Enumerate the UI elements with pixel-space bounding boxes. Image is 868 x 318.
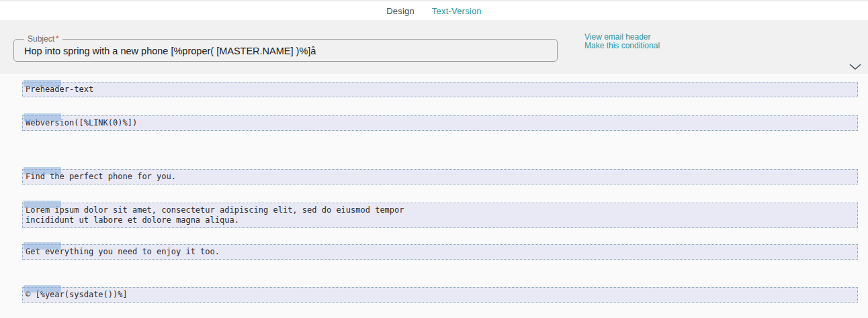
text-version-canvas: Preheader-text Webversion([%LINK(0)%]) F… xyxy=(0,74,868,318)
text-line: Get everything you need to enjoy it too. xyxy=(26,247,855,257)
subject-field-label: Subject* xyxy=(24,34,62,44)
subject-header: Subject* View email header Make this con… xyxy=(0,20,868,74)
text-block-tagline[interactable]: Get everything you need to enjoy it too. xyxy=(22,244,858,260)
view-tabbar: Design Text-Version xyxy=(0,0,868,20)
text-line: © [%year(sysdate())%] xyxy=(26,290,855,300)
subject-label-text: Subject xyxy=(28,34,54,44)
tab-text-version[interactable]: Text-Version xyxy=(432,6,482,16)
header-links: View email header Make this conditional xyxy=(584,33,660,50)
text-block-headline[interactable]: Find the perfect phone for you. xyxy=(22,169,858,184)
tab-design[interactable]: Design xyxy=(386,6,415,16)
text-line: Find the perfect phone for you. xyxy=(26,172,855,182)
subject-field: Subject* xyxy=(13,39,558,62)
text-block-copyright[interactable]: © [%year(sysdate())%] xyxy=(22,287,858,303)
text-block-preheader[interactable]: Preheader-text xyxy=(22,82,858,97)
subject-input[interactable] xyxy=(14,40,557,61)
text-line: incididunt ut labore et dolore magna ali… xyxy=(26,215,855,225)
text-line: Preheader-text xyxy=(26,85,855,95)
required-asterisk: * xyxy=(56,34,59,44)
text-line: Lorem ipsum dolor sit amet, consectetur … xyxy=(26,205,855,215)
text-line: Webversion([%LINK(0)%]) xyxy=(26,118,855,128)
text-block-body-copy[interactable]: Lorem ipsum dolor sit amet, consectetur … xyxy=(22,203,858,228)
text-block-webversion[interactable]: Webversion([%LINK(0)%]) xyxy=(22,115,858,131)
collapse-header-button[interactable] xyxy=(847,61,864,73)
chevron-down-icon xyxy=(849,61,862,73)
make-this-conditional-link[interactable]: Make this conditional xyxy=(584,42,660,50)
